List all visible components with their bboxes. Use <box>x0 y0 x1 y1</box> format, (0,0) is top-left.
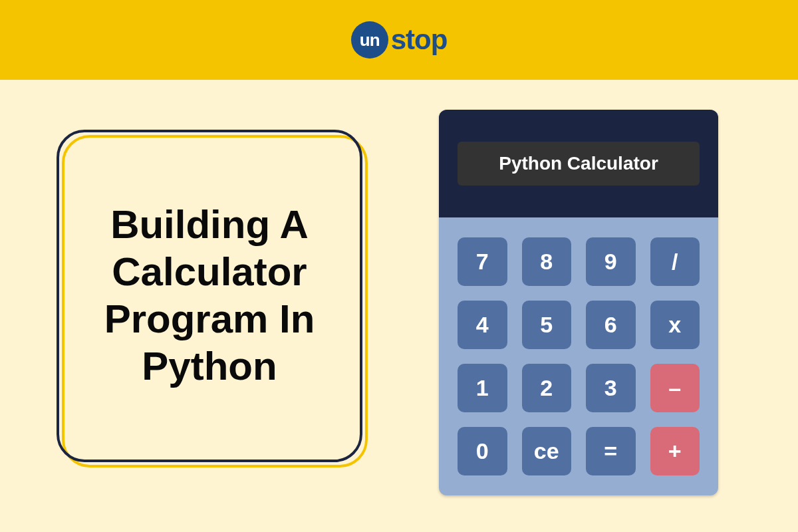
key-minus[interactable]: – <box>650 364 700 412</box>
calculator-display: Python Calculator <box>458 142 700 186</box>
key-plus[interactable]: + <box>650 427 700 475</box>
key-1[interactable]: 1 <box>458 364 507 412</box>
calculator: Python Calculator 789/456x123–0ce=+ <box>439 110 718 495</box>
logo-circle-icon: un <box>351 21 388 59</box>
key-5[interactable]: 5 <box>522 301 572 349</box>
key-0[interactable]: 0 <box>458 427 507 475</box>
key-2[interactable]: 2 <box>522 364 572 412</box>
key-3[interactable]: 3 <box>586 364 636 412</box>
key-divide[interactable]: / <box>650 237 700 286</box>
key-clear[interactable]: ce <box>522 427 572 475</box>
calculator-head: Python Calculator <box>439 110 718 217</box>
key-multiply[interactable]: x <box>650 301 700 349</box>
logo-word: stop <box>391 24 448 56</box>
calculator-keypad: 789/456x123–0ce=+ <box>439 217 718 495</box>
header-bar: un stop <box>0 0 798 80</box>
title-card: Building A Calculator Program In Python <box>57 130 362 462</box>
key-7[interactable]: 7 <box>458 237 507 286</box>
key-6[interactable]: 6 <box>586 301 636 349</box>
page-title: Building A Calculator Program In Python <box>80 201 338 390</box>
title-card-border: Building A Calculator Program In Python <box>57 130 362 462</box>
key-8[interactable]: 8 <box>522 237 572 286</box>
key-4[interactable]: 4 <box>458 301 507 349</box>
key-equals[interactable]: = <box>586 427 636 475</box>
content-area: Building A Calculator Program In Python … <box>0 80 798 532</box>
brand-logo: un stop <box>351 21 448 59</box>
key-9[interactable]: 9 <box>586 237 636 286</box>
